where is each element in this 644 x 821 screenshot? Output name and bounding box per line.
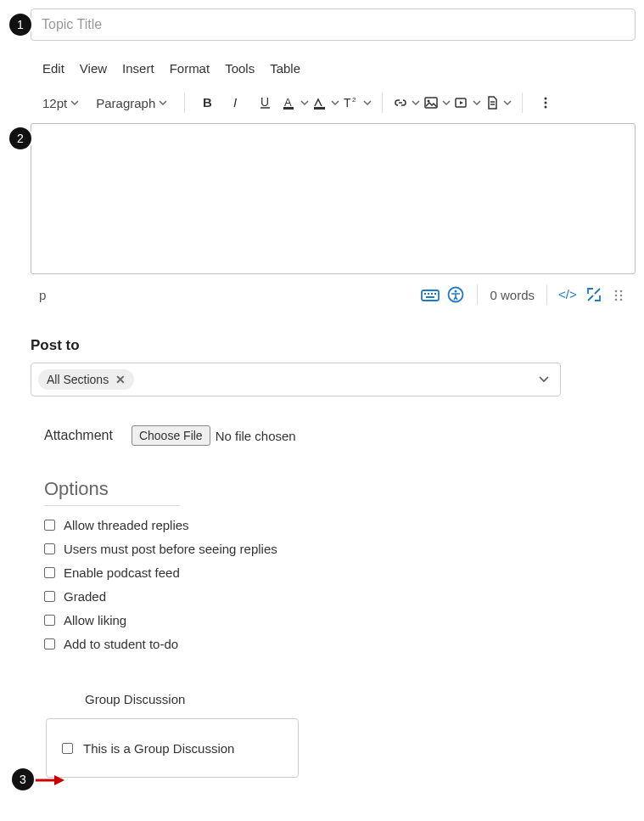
- svg-rect-11: [425, 98, 437, 108]
- accessibility-icon: [447, 286, 464, 303]
- document-icon: [484, 95, 500, 110]
- file-status: No file chosen: [216, 429, 296, 443]
- option-post-first[interactable]: Users must post before seeing replies: [44, 542, 636, 556]
- chevron-down-icon: [503, 98, 512, 107]
- post-to-select[interactable]: All Sections ✕: [31, 363, 561, 396]
- underline-button[interactable]: U: [253, 89, 278, 116]
- link-icon: [393, 95, 408, 110]
- menu-tools[interactable]: Tools: [225, 61, 255, 76]
- checkbox[interactable]: [44, 638, 55, 649]
- keyboard-shortcuts-button[interactable]: [417, 283, 443, 306]
- checkbox[interactable]: [44, 543, 55, 554]
- menu-table[interactable]: Table: [270, 61, 300, 76]
- text-color-icon: A: [282, 95, 297, 110]
- options-heading: Options: [44, 478, 636, 500]
- options-divider: [44, 505, 180, 506]
- svg-rect-18: [424, 293, 426, 295]
- group-discussion-box: This is a Group Discussion: [46, 718, 299, 778]
- toolbar-separator: [522, 93, 523, 113]
- menu-edit[interactable]: Edit: [42, 61, 64, 76]
- option-liking[interactable]: Allow liking: [44, 613, 636, 627]
- option-label: Allow liking: [64, 613, 126, 627]
- svg-point-27: [620, 290, 623, 293]
- resize-handle[interactable]: [607, 283, 632, 306]
- svg-rect-8: [314, 107, 325, 110]
- svg-rect-7: [283, 107, 294, 110]
- chevron-down-icon: [300, 98, 309, 107]
- chevron-down-icon: [363, 98, 372, 107]
- font-size-dropdown[interactable]: 12pt: [36, 89, 86, 116]
- accessibility-button[interactable]: [443, 283, 468, 306]
- choose-file-button[interactable]: Choose File: [132, 425, 210, 446]
- option-label: Add to student to-do: [64, 637, 178, 651]
- checkbox[interactable]: [44, 591, 55, 602]
- html-view-button[interactable]: </>: [556, 283, 581, 306]
- checkbox[interactable]: [44, 615, 55, 626]
- word-count[interactable]: 0 words: [486, 288, 538, 302]
- option-todo[interactable]: Add to student to-do: [44, 637, 636, 651]
- svg-text:A: A: [284, 96, 292, 109]
- checkbox[interactable]: [44, 567, 55, 578]
- highlight-button[interactable]: [312, 89, 339, 116]
- media-button[interactable]: [454, 89, 481, 116]
- menu-insert[interactable]: Insert: [122, 61, 154, 76]
- toolbar-separator: [184, 93, 185, 113]
- italic-button[interactable]: I: [224, 89, 249, 116]
- superscript-button[interactable]: T2: [343, 89, 372, 116]
- option-label: Enable podcast feed: [64, 565, 180, 580]
- editor-toolbar: 12pt Paragraph B I U A: [31, 84, 636, 123]
- topic-title-input[interactable]: [31, 8, 636, 41]
- svg-point-31: [620, 299, 623, 301]
- option-label: Graded: [64, 589, 106, 604]
- option-threaded[interactable]: Allow threaded replies: [44, 518, 636, 532]
- bold-icon: B: [200, 95, 216, 110]
- attachment-label: Attachment: [44, 428, 113, 443]
- svg-point-30: [615, 299, 618, 301]
- code-icon: </>: [557, 287, 580, 302]
- arrow-icon: [34, 774, 64, 786]
- link-button[interactable]: [393, 89, 420, 116]
- more-toolbar-button[interactable]: [533, 89, 558, 116]
- svg-point-15: [545, 102, 547, 104]
- svg-text:B: B: [203, 95, 212, 110]
- group-discussion-label: This is a Group Discussion: [83, 741, 234, 756]
- bold-button[interactable]: B: [195, 89, 221, 116]
- svg-rect-22: [426, 296, 434, 298]
- image-button[interactable]: [423, 89, 451, 116]
- group-discussion-heading: Group Discussion: [85, 692, 636, 706]
- svg-text:U: U: [260, 95, 269, 109]
- drag-handle-icon: [613, 288, 626, 301]
- svg-rect-17: [422, 290, 439, 301]
- highlight-icon: [312, 95, 328, 110]
- checkbox[interactable]: [44, 520, 55, 531]
- block-format-dropdown[interactable]: Paragraph: [89, 89, 174, 116]
- menu-format[interactable]: Format: [170, 61, 210, 76]
- chevron-down-icon: [331, 98, 339, 107]
- text-color-button[interactable]: A: [282, 89, 309, 116]
- svg-point-24: [455, 290, 457, 293]
- remove-chip-button[interactable]: ✕: [115, 373, 126, 386]
- editor-content-area[interactable]: [31, 123, 636, 274]
- svg-point-29: [620, 295, 623, 297]
- menu-view[interactable]: View: [80, 61, 107, 76]
- document-button[interactable]: [484, 89, 512, 116]
- callout-3: 3: [12, 768, 34, 790]
- svg-rect-20: [431, 293, 433, 295]
- chevron-down-icon: [159, 98, 167, 107]
- callout-1: 1: [9, 14, 31, 36]
- underline-icon: U: [258, 95, 273, 110]
- svg-text:I: I: [233, 95, 237, 110]
- chevron-down-icon: [538, 374, 550, 385]
- image-icon: [423, 95, 439, 110]
- option-podcast[interactable]: Enable podcast feed: [44, 565, 636, 580]
- kebab-icon: [538, 95, 553, 110]
- callout-2: 2: [9, 127, 31, 149]
- option-graded[interactable]: Graded: [44, 589, 636, 604]
- superscript-icon: T2: [343, 95, 360, 110]
- svg-rect-21: [434, 293, 436, 295]
- group-discussion-checkbox[interactable]: [62, 743, 73, 754]
- media-icon: [454, 95, 469, 110]
- svg-text:T: T: [344, 96, 351, 110]
- fullscreen-button[interactable]: [581, 283, 607, 306]
- element-path[interactable]: p: [39, 288, 46, 302]
